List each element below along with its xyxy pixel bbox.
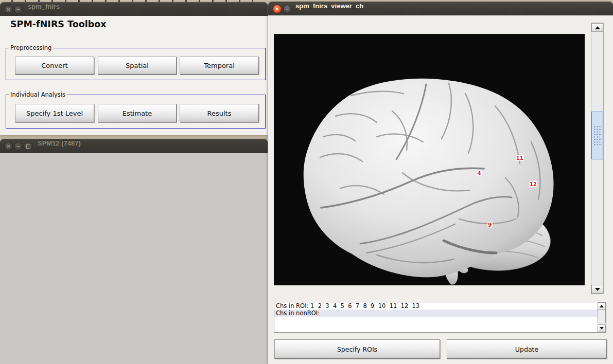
spm12-content	[0, 153, 268, 364]
specify-rois-button[interactable]: Specify ROIs	[274, 339, 440, 359]
viewer-content: 411129 Chs in ROI: 1 2 3 4 5 6 7 8 9 10 …	[268, 15, 613, 364]
specify-1st-level-button[interactable]: Specify 1st Level	[15, 104, 94, 122]
minimize-icon[interactable]: −	[283, 5, 292, 13]
desktop: × − spm_fnirs SPM-fNIRS Toolbox Preproce…	[0, 0, 613, 364]
brain-canvas: 411129	[274, 34, 585, 285]
slider-thumb[interactable]	[591, 112, 603, 159]
close-icon[interactable]: ×	[4, 142, 13, 151]
titlebar-spm-fnirs[interactable]: × − spm_fnirs	[0, 2, 268, 16]
scroll-up-icon[interactable]	[591, 23, 603, 32]
roi-list-row[interactable]: Chs in ROI: 1 2 3 4 5 6 7 8 9 10 11 12 1…	[274, 302, 598, 310]
channel-label-4: 4	[477, 170, 482, 176]
titlebar-spm12[interactable]: × − SPM12 (7487)	[0, 139, 268, 153]
channel-roi-listbox[interactable]: Chs in ROI: 1 2 3 4 5 6 7 8 9 10 11 12 1…	[274, 302, 606, 333]
channel-label-11: 11	[516, 155, 524, 161]
brain-render-3d	[274, 34, 585, 285]
window-title: spm_fnirs_viewer_ch	[295, 2, 363, 16]
scroll-down-icon[interactable]	[591, 285, 603, 294]
minimize-icon[interactable]: −	[14, 142, 23, 151]
close-icon[interactable]: ×	[4, 5, 13, 14]
grip-dots-icon	[593, 125, 601, 146]
channel-label-9: 9	[487, 222, 492, 228]
group-label: Preprocessing	[9, 44, 53, 51]
titlebar-viewer-ch[interactable]: × − spm_fnirs_viewer_ch	[268, 2, 613, 15]
scroll-up-icon[interactable]	[598, 302, 606, 310]
listbox-scrollbar[interactable]	[598, 302, 606, 332]
window-spm-fnirs: × − spm_fnirs SPM-fNIRS Toolbox Preproce…	[0, 2, 268, 135]
estimate-button[interactable]: Estimate	[98, 104, 177, 122]
minimize-icon[interactable]: −	[14, 5, 23, 14]
page-title: SPM-fNIRS Toolbox	[10, 19, 107, 29]
window-spm12: × − SPM12 (7487)	[0, 139, 268, 364]
view-slider[interactable]	[591, 23, 604, 294]
close-icon[interactable]: ×	[273, 5, 282, 13]
channel-label-12: 12	[529, 181, 537, 187]
spatial-button[interactable]: Spatial	[98, 57, 177, 75]
window-title: SPM12 (7487)	[38, 139, 81, 153]
toolbox-content: SPM-fNIRS Toolbox Preprocessing Convert …	[0, 16, 268, 135]
scroll-down-icon[interactable]	[598, 324, 606, 332]
results-button[interactable]: Results	[180, 104, 259, 122]
convert-button[interactable]: Convert	[15, 57, 94, 75]
temporal-button[interactable]: Temporal	[180, 57, 259, 75]
maximize-icon[interactable]	[24, 142, 32, 151]
roi-list-row-selected[interactable]: Chs in nonROI:	[274, 310, 598, 317]
window-title: spm_fnirs	[28, 3, 60, 16]
window-viewer-ch: × − spm_fnirs_viewer_ch	[268, 2, 613, 364]
update-button[interactable]: Update	[447, 339, 607, 359]
group-label: Individual Analysis	[9, 91, 67, 98]
listbox-scroll-thumb[interactable]	[598, 310, 606, 323]
